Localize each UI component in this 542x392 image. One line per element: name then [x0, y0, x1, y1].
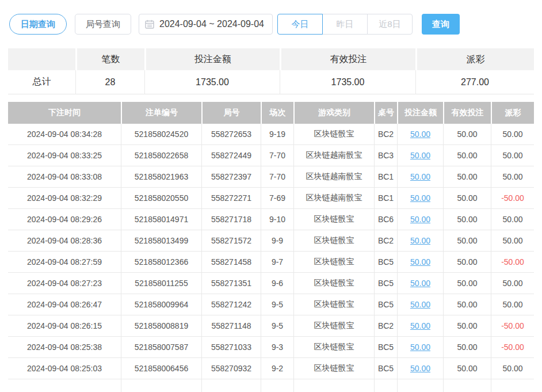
table-no-cell — [374, 379, 397, 392]
yesterday-button[interactable]: 昨日 — [322, 14, 368, 35]
header-bet-amount: 投注金额 — [397, 102, 443, 124]
game-type-cell: 区块链骰宝 — [293, 294, 374, 315]
bet-amount-link[interactable]: 50.00 — [410, 321, 430, 330]
bet-amount-link[interactable]: 50.00 — [410, 279, 430, 288]
bet-amount-cell — [397, 379, 443, 392]
table-no-cell: BC2 — [374, 124, 397, 145]
search-button[interactable]: 查询 — [422, 14, 460, 35]
valid-bet-cell: 50.00 — [443, 230, 491, 252]
bet-amount-link[interactable]: 50.00 — [410, 236, 430, 245]
today-button[interactable]: 今日 — [277, 14, 323, 35]
bet-time-cell: 2024-09-04 08:25:03 — [8, 358, 121, 379]
table-no-cell: BC5 — [374, 358, 397, 379]
table-row: 2024-09-04 08:25:38 521858007587 5582710… — [8, 337, 534, 358]
date-range-value: 2024-09-04 ~ 2024-09-04 — [159, 19, 264, 29]
session-cell: 9-10 — [261, 209, 293, 230]
payout-cell: 50.00 — [491, 124, 534, 145]
session-cell — [261, 379, 293, 392]
bet-amount-link[interactable]: 50.00 — [410, 215, 430, 224]
session-cell: 9-5 — [261, 294, 293, 315]
bet-amount-link[interactable]: 50.00 — [410, 342, 430, 352]
table-row: 2024-09-04 08:25:03 521858006456 5582709… — [8, 358, 534, 379]
bet-time-cell: 2024-09-04 08:27:59 — [8, 252, 121, 273]
bet-id-cell: 521858006456 — [121, 358, 201, 379]
payout-cell: 50.00 — [491, 166, 534, 188]
round-id-cell — [201, 379, 261, 392]
game-type-cell: 区块链骰宝 — [293, 124, 374, 145]
header-payout: 派彩 — [491, 102, 534, 124]
bet-amount-link[interactable]: 50.00 — [410, 130, 430, 139]
header-bet-time: 下注时间 — [8, 102, 121, 124]
session-cell: 9-6 — [261, 273, 293, 294]
session-cell: 9-3 — [261, 337, 293, 358]
bet-amount-link[interactable]: 50.00 — [410, 193, 430, 203]
date-query-button[interactable]: 日期查询 — [9, 14, 67, 35]
valid-bet-cell: 50.00 — [443, 273, 491, 294]
game-type-cell: 区块链骰宝 — [293, 337, 374, 358]
table-row: 2024-09-04 08:27:23 521858011255 5582713… — [8, 273, 534, 294]
round-id-cell: 558272271 — [201, 188, 261, 209]
summary-valid-bet-value: 1735.00 — [280, 70, 415, 94]
bet-id-cell: 521858013499 — [121, 230, 201, 252]
payout-cell: -50.00 — [491, 315, 534, 337]
bet-amount-cell: 50.00 — [397, 145, 443, 166]
bet-amount-cell: 50.00 — [397, 230, 443, 252]
round-id-cell: 558271242 — [201, 294, 261, 315]
round-query-button[interactable]: 局号查询 — [75, 14, 131, 35]
bet-amount-link[interactable]: 50.00 — [410, 257, 430, 267]
game-type-cell: 区块链骰宝 — [293, 252, 374, 273]
payout-cell: -50.00 — [491, 337, 534, 358]
bet-id-cell: 521858022658 — [121, 145, 201, 166]
payout-cell: -50.00 — [491, 188, 534, 209]
bet-amount-link[interactable]: 50.00 — [410, 172, 430, 181]
table-row: 2024-09-04 08:32:29 521858020550 5582722… — [8, 188, 534, 209]
bet-amount-cell: 50.00 — [397, 188, 443, 209]
payout-cell — [491, 379, 534, 392]
date-range-input[interactable]: 2024-09-04 ~ 2024-09-04 — [139, 14, 273, 35]
game-type-cell: 区块链骰宝 — [293, 230, 374, 252]
header-round-id: 局号 — [201, 102, 261, 124]
bet-time-cell — [8, 379, 121, 392]
bet-time-cell: 2024-09-04 08:25:38 — [8, 337, 121, 358]
table-no-cell: BC1 — [374, 166, 397, 188]
bet-amount-cell: 50.00 — [397, 166, 443, 188]
bet-time-cell: 2024-09-04 08:33:08 — [8, 166, 121, 188]
valid-bet-cell: 50.00 — [443, 188, 491, 209]
summary-header-payout: 派彩 — [415, 48, 534, 70]
game-type-cell: 区块链骰宝 — [293, 273, 374, 294]
round-id-cell: 558270932 — [201, 358, 261, 379]
payout-cell: 50.00 — [491, 358, 534, 379]
valid-bet-cell: 50.00 — [443, 209, 491, 230]
summary-header-bet-amount: 投注金额 — [144, 48, 280, 70]
bet-amount-link[interactable]: 50.00 — [410, 151, 430, 160]
header-session: 场次 — [261, 102, 293, 124]
payout-cell: 50.00 — [491, 273, 534, 294]
header-valid-bet: 有效投注 — [443, 102, 491, 124]
table-row: 2024-09-04 08:34:28 521858024520 5582726… — [8, 124, 534, 145]
game-type-cell: 区块链越南骰宝 — [293, 166, 374, 188]
bet-amount-link[interactable]: 50.00 — [410, 300, 430, 309]
table-row: 2024-09-04 08:28:36 521858013499 5582715… — [8, 230, 534, 252]
bet-amount-link[interactable]: 50.00 — [410, 364, 430, 373]
summary-payout-value: 277.00 — [415, 70, 534, 94]
summary-total-row: 总计 28 1735.00 1735.00 277.00 — [8, 70, 534, 94]
summary-header-row: 笔数 投注金额 有效投注 派彩 — [8, 48, 534, 70]
bet-id-cell: 521858024520 — [121, 124, 201, 145]
bets-header-row: 下注时间 注单编号 局号 场次 游戏类别 桌号 投注金额 有效投注 派彩 — [8, 102, 534, 124]
valid-bet-cell: 50.00 — [443, 315, 491, 337]
bet-id-cell: 521858020550 — [121, 188, 201, 209]
round-id-cell: 558271033 — [201, 337, 261, 358]
session-cell: 9-5 — [261, 315, 293, 337]
last-8-days-button[interactable]: 近8日 — [367, 14, 413, 35]
bet-time-cell: 2024-09-04 08:28:36 — [8, 230, 121, 252]
session-cell: 9-19 — [261, 124, 293, 145]
session-cell: 7-70 — [261, 145, 293, 166]
table-row: 2024-09-04 08:29:26 521858014971 5582717… — [8, 209, 534, 230]
valid-bet-cell: 50.00 — [443, 124, 491, 145]
round-id-cell: 558272449 — [201, 145, 261, 166]
table-no-cell: BC3 — [374, 145, 397, 166]
bet-time-cell: 2024-09-04 08:26:15 — [8, 315, 121, 337]
valid-bet-cell: 50.00 — [443, 145, 491, 166]
table-no-cell: BC5 — [374, 252, 397, 273]
table-no-cell: BC2 — [374, 230, 397, 252]
